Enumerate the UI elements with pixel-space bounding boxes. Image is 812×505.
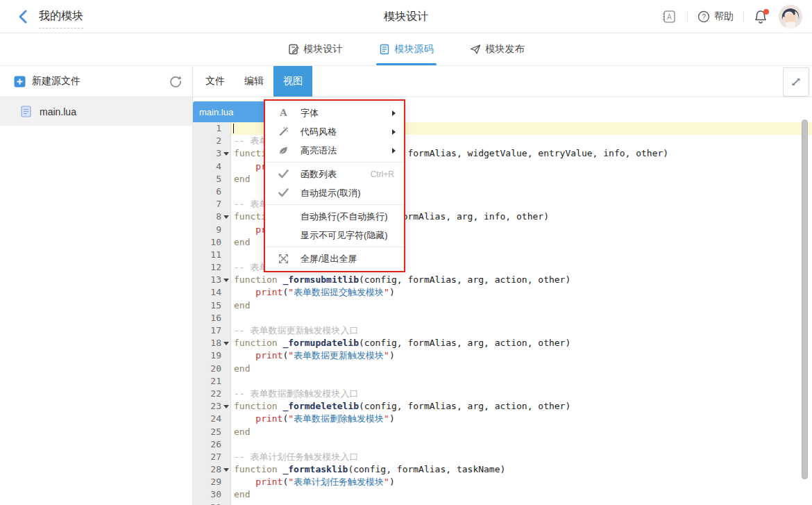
- code-text[interactable]: print("表单计划任务触发模块"): [231, 476, 812, 488]
- line-number[interactable]: 30: [193, 488, 231, 501]
- code-text[interactable]: function _formdeletelib(config, formAlia…: [231, 400, 812, 413]
- empty-icon-slot: [278, 229, 289, 241]
- user-avatar[interactable]: [779, 5, 802, 28]
- menu-view[interactable]: 视图: [273, 66, 312, 97]
- code-text[interactable]: end: [231, 488, 812, 501]
- code-text[interactable]: print("表单数据提交触发模块"): [231, 286, 812, 299]
- line-number[interactable]: 9: [193, 224, 231, 236]
- line-number[interactable]: 22: [193, 388, 231, 400]
- line-number[interactable]: 14: [193, 286, 231, 299]
- code-text[interactable]: print("表单数据更新触发模块"): [231, 349, 812, 362]
- editor-tab-main-lua[interactable]: main.lua: [193, 101, 265, 122]
- editor-vertical-scrollbar[interactable]: [802, 119, 809, 499]
- question-circle-icon: ?: [697, 10, 710, 23]
- paper-plane-icon: [470, 44, 481, 55]
- line-number[interactable]: 6: [193, 185, 231, 198]
- scrollbar-thumb[interactable]: [802, 119, 808, 479]
- line-number[interactable]: 28: [193, 463, 231, 476]
- header-actions: A ? 帮助: [661, 0, 802, 33]
- code-text[interactable]: [231, 502, 812, 505]
- language-button[interactable]: A: [661, 8, 677, 25]
- help-label: 帮助: [714, 10, 734, 23]
- code-text[interactable]: -- 表单数据更新触发模块入口: [231, 324, 812, 337]
- tab-module-publish[interactable]: 模块发布: [470, 33, 525, 65]
- notifications-button[interactable]: [754, 9, 769, 24]
- line-number[interactable]: 12: [193, 261, 231, 274]
- line-number[interactable]: 26: [193, 438, 231, 451]
- menu-item-syntax-highlight[interactable]: 高亮语法: [265, 141, 404, 160]
- tab-label: 模块发布: [486, 43, 525, 56]
- code-text[interactable]: [231, 375, 812, 388]
- line-number[interactable]: 18: [193, 337, 231, 349]
- code-text[interactable]: -- 表单数据删除触发模块入口: [231, 388, 812, 400]
- check-icon: [278, 168, 289, 180]
- file-sidebar: 新建源文件 main.lua: [0, 66, 193, 505]
- code-line: 21: [193, 375, 812, 388]
- file-list-item-main-lua[interactable]: main.lua: [0, 97, 192, 126]
- code-text[interactable]: function _formupdatelib(config, formAlia…: [231, 337, 812, 349]
- line-number[interactable]: 10: [193, 236, 231, 249]
- line-number[interactable]: 11: [193, 249, 231, 261]
- line-number[interactable]: 31: [193, 502, 231, 505]
- notification-badge: [763, 9, 769, 15]
- code-text[interactable]: end: [231, 426, 812, 438]
- line-number[interactable]: 17: [193, 324, 231, 337]
- line-number[interactable]: 21: [193, 375, 231, 388]
- code-text[interactable]: function _formtasklib(config, formAlias,…: [231, 463, 812, 476]
- code-text[interactable]: -- 表单计划任务触发模块入口: [231, 451, 812, 463]
- text-cursor: [233, 124, 234, 133]
- header-divider: [743, 11, 744, 22]
- line-number[interactable]: 15: [193, 299, 231, 312]
- line-number[interactable]: 19: [193, 349, 231, 362]
- line-number[interactable]: 2: [193, 135, 231, 147]
- line-number[interactable]: 7: [193, 198, 231, 210]
- menu-edit[interactable]: 编辑: [235, 66, 273, 97]
- menu-item-code-style[interactable]: 代码风格: [265, 122, 404, 141]
- menu-item-show-invisibles[interactable]: 显示不可见字符(隐藏): [265, 226, 404, 245]
- translate-icon: A: [661, 8, 677, 25]
- refresh-button[interactable]: [169, 74, 183, 88]
- line-number[interactable]: 1: [193, 122, 231, 135]
- fold-arrow-icon[interactable]: [223, 468, 229, 472]
- line-number[interactable]: 27: [193, 451, 231, 463]
- line-number[interactable]: 8: [193, 210, 231, 223]
- code-text[interactable]: function _formsubmitlib(config, formAlia…: [231, 274, 812, 286]
- menu-item-font[interactable]: A 字体: [265, 104, 404, 122]
- menu-item-auto-hint[interactable]: 自动提示(取消): [265, 183, 404, 202]
- fold-arrow-icon[interactable]: [223, 279, 229, 282]
- code-line: 16: [193, 312, 812, 324]
- new-source-file-label: 新建源文件: [32, 75, 81, 88]
- line-number[interactable]: 4: [193, 160, 231, 173]
- code-line: 25end: [193, 426, 812, 438]
- fold-arrow-icon[interactable]: [223, 215, 229, 219]
- line-number[interactable]: 16: [193, 312, 231, 324]
- tab-module-source[interactable]: 模块源码: [379, 33, 434, 65]
- code-line: 30end: [193, 488, 812, 501]
- line-number[interactable]: 23: [193, 400, 231, 413]
- tab-module-design[interactable]: 模块设计: [288, 33, 343, 65]
- fold-arrow-icon[interactable]: [223, 342, 229, 345]
- help-button[interactable]: ? 帮助: [697, 10, 734, 23]
- code-text[interactable]: print("表单数据删除触发模块"): [231, 413, 812, 425]
- new-source-file-button[interactable]: 新建源文件: [14, 75, 81, 88]
- code-text[interactable]: [231, 312, 812, 324]
- menu-item-word-wrap[interactable]: 自动换行(不自动换行): [265, 207, 404, 226]
- view-dropdown-menu: A 字体 代码风格 高亮语法: [264, 99, 405, 272]
- line-number[interactable]: 25: [193, 426, 231, 438]
- code-line: 20end: [193, 363, 812, 375]
- fold-arrow-icon[interactable]: [223, 405, 229, 408]
- line-number[interactable]: 13: [193, 274, 231, 286]
- line-number[interactable]: 5: [193, 173, 231, 185]
- fold-arrow-icon[interactable]: [223, 152, 229, 156]
- menu-file[interactable]: 文件: [196, 66, 235, 97]
- code-text[interactable]: end: [231, 299, 812, 312]
- maximize-panel-button[interactable]: [783, 67, 809, 97]
- line-number[interactable]: 3: [193, 147, 231, 160]
- menu-item-fullscreen[interactable]: 全屏/退出全屏: [265, 249, 404, 268]
- line-number[interactable]: 20: [193, 363, 231, 375]
- line-number[interactable]: 24: [193, 413, 231, 425]
- code-text[interactable]: end: [231, 363, 812, 375]
- code-text[interactable]: [231, 438, 812, 451]
- line-number[interactable]: 29: [193, 476, 231, 488]
- menu-item-function-list[interactable]: 函数列表 Ctrl+R: [265, 165, 404, 183]
